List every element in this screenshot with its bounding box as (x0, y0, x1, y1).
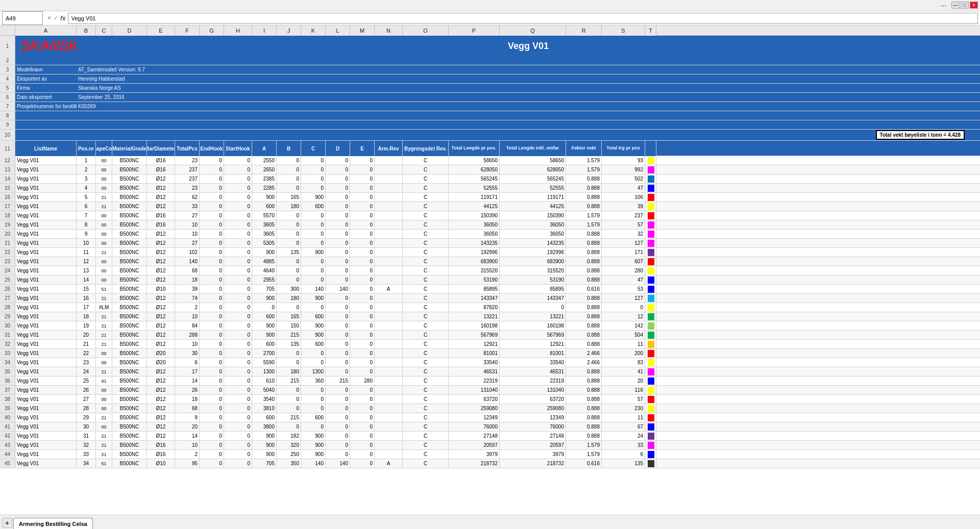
col-header-A[interactable]: A (15, 26, 77, 36)
cell-color (645, 266, 656, 275)
table-row[interactable]: 43 Vegg V01 32 21 B500NC Ø16 10 0 0 900 … (0, 441, 980, 450)
table-row[interactable]: 40 Vegg V01 29 21 B500NC Ø12 9 0 0 600 2… (0, 413, 980, 422)
cell-e: 0 (350, 193, 375, 201)
cell-materialgrade: B500NC (112, 386, 147, 394)
cell-e: 0 (350, 174, 375, 183)
table-row[interactable]: 19 Vegg V01 8 00 B500NC Ø16 10 0 0 3605 … (0, 220, 980, 230)
col-header-Q[interactable]: Q (500, 26, 566, 36)
col-header-E[interactable]: E (147, 26, 175, 36)
col-header-C[interactable]: C (96, 26, 112, 36)
header-shapecode: ShapeCode (96, 141, 112, 156)
table-row[interactable]: 22 Vegg V01 11 21 B500NC Ø12 102 0 0 900… (0, 248, 980, 257)
table-row[interactable]: 32 Vegg V01 21 21 B500NC Ø12 10 0 0 600 … (0, 340, 980, 349)
cell-totalpcs: 27 (175, 211, 200, 220)
close-button[interactable]: ✕ (970, 2, 978, 9)
cell-d: 0 (326, 422, 350, 431)
cell-e: 0 (350, 266, 375, 275)
cancel-icon[interactable]: ✕ (47, 15, 52, 21)
cell-faktor: 1.579 (566, 450, 602, 459)
cell-reference-box[interactable]: A49 (2, 11, 43, 25)
title-bar-buttons[interactable]: ··· — □ ✕ (941, 2, 978, 9)
cell-d: 0 (326, 331, 350, 339)
table-row[interactable]: 30 Vegg V01 19 21 B500NC Ø12 84 0 0 900 … (0, 321, 980, 331)
cell-materialgrade: B500NC (112, 294, 147, 303)
table-row[interactable]: 24 Vegg V01 13 00 B500NC Ø12 68 0 0 4640… (0, 266, 980, 275)
table-row[interactable]: 38 Vegg V01 27 00 B500NC Ø12 18 0 0 3540… (0, 395, 980, 404)
cell-totallengde: 53190 (449, 275, 500, 284)
row-num-5: 5 (0, 84, 15, 92)
row-num: 29 (0, 312, 15, 321)
table-row[interactable]: 20 Vegg V01 9 00 B500NC Ø12 10 0 0 3605 … (0, 230, 980, 239)
table-row[interactable]: 31 Vegg V01 20 21 B500NC Ø12 288 0 0 900… (0, 331, 980, 340)
cell-a: 5570 (252, 211, 277, 220)
col-header-J[interactable]: J (277, 26, 301, 36)
row-num: 18 (0, 211, 15, 220)
table-row[interactable]: 16 Vegg V01 5 21 B500NC Ø12 62 0 0 900 1… (0, 193, 980, 202)
col-header-D[interactable]: D (112, 26, 147, 36)
confirm-icon[interactable]: ✓ (54, 15, 58, 21)
col-header-I[interactable]: I (252, 26, 277, 36)
cell-bardiameter: Ø12 (147, 386, 175, 394)
header-col-e: E (350, 141, 375, 156)
cell-b: 0 (277, 239, 301, 247)
table-row[interactable]: 35 Vegg V01 24 21 B500NC Ø12 17 0 0 1300… (0, 367, 980, 376)
col-header-P[interactable]: P (449, 26, 500, 36)
cell-starthook: 0 (224, 376, 252, 385)
table-row[interactable]: 42 Vegg V01 31 21 B500NC Ø12 14 0 0 900 … (0, 432, 980, 441)
table-row[interactable]: 36 Vegg V01 25 41 B500NC Ø12 14 0 0 610 … (0, 376, 980, 386)
formula-input[interactable] (68, 13, 978, 24)
table-row[interactable]: 45 Vegg V01 34 51 B500NC Ø10 95 0 0 705 … (0, 459, 980, 468)
cell-starthook: 0 (224, 340, 252, 348)
cell-starthook: 0 (224, 239, 252, 247)
col-header-F[interactable]: F (175, 26, 200, 36)
minimize-button[interactable]: — (951, 2, 960, 9)
table-row[interactable]: 25 Vegg V01 14 00 B500NC Ø12 18 0 0 2955… (0, 275, 980, 285)
table-row[interactable]: 14 Vegg V01 3 00 B500NC Ø12 237 0 0 2385… (0, 174, 980, 184)
col-header-O[interactable]: O (403, 26, 449, 36)
cell-faktor: 0.616 (566, 285, 602, 293)
table-row[interactable]: 21 Vegg V01 10 00 B500NC Ø12 27 0 0 5305… (0, 239, 980, 248)
table-row[interactable]: 37 Vegg V01 26 00 B500NC Ø12 26 0 0 5040… (0, 386, 980, 395)
row-num-7: 7 (0, 102, 15, 111)
table-row[interactable]: 44 Vegg V01 33 21 B500NC Ø16 2 0 0 900 2… (0, 450, 980, 459)
col-header-S[interactable]: S (602, 26, 645, 36)
cell-e: 0 (350, 230, 375, 238)
table-row[interactable]: 27 Vegg V01 16 21 B500NC Ø12 74 0 0 900 … (0, 294, 980, 303)
col-header-H[interactable]: H (224, 26, 252, 36)
col-header-N[interactable]: N (375, 26, 403, 36)
add-sheet-button[interactable]: + (2, 518, 12, 528)
col-header-B[interactable]: B (77, 26, 96, 36)
col-header-G[interactable]: G (200, 26, 224, 36)
fx-icon[interactable]: fx (60, 15, 66, 22)
cell-starthook: 0 (224, 303, 252, 312)
table-row[interactable]: 26 Vegg V01 15 51 B500NC Ø10 39 0 0 705 … (0, 285, 980, 294)
cell-bardiameter: Ø12 (147, 266, 175, 275)
cell-d: 0 (326, 266, 350, 275)
maximize-button[interactable]: □ (961, 2, 969, 9)
table-row[interactable]: 34 Vegg V01 23 00 B500NC Ø20 6 0 0 5590 … (0, 358, 980, 367)
table-row[interactable]: 15 Vegg V01 4 00 B500NC Ø12 23 0 0 2285 … (0, 184, 980, 193)
table-row[interactable]: 39 Vegg V01 28 00 B500NC Ø12 68 0 0 3810… (0, 404, 980, 413)
table-row[interactable]: 12 Vegg V01 1 00 B500NC Ø16 23 0 0 2550 … (0, 156, 980, 165)
table-row[interactable]: 41 Vegg V01 30 00 B500NC Ø12 20 0 0 3800… (0, 422, 980, 432)
row-2: 2 (0, 56, 980, 65)
table-row[interactable]: 29 Vegg V01 18 21 B500NC Ø12 10 0 0 600 … (0, 312, 980, 321)
table-row[interactable]: 18 Vegg V01 7 00 B500NC Ø16 27 0 0 5570 … (0, 211, 980, 220)
cell-b: 182 (277, 432, 301, 440)
col-header-M[interactable]: M (350, 26, 375, 36)
sheet-tab-armering[interactable]: Armering Bestilling Celsa (13, 518, 93, 529)
table-row[interactable]: 28 Vegg V01 17 #LM B500NC Ø12 2 0 0 0 0 … (0, 303, 980, 312)
cell-totallengde: 315520 (449, 266, 500, 275)
table-row[interactable]: 23 Vegg V01 12 00 B500NC Ø12 140 0 0 488… (0, 257, 980, 266)
table-row[interactable]: 13 Vegg V01 2 00 B500NC Ø16 237 0 0 2650… (0, 165, 980, 174)
table-row[interactable]: 33 Vegg V01 22 00 B500NC Ø20 30 0 0 2700… (0, 349, 980, 358)
cell-c: 900 (301, 450, 326, 459)
cell-materialgrade: B500NC (112, 184, 147, 192)
cell-starthook: 0 (224, 459, 252, 468)
col-header-K[interactable]: K (301, 26, 326, 36)
table-row[interactable]: 17 Vegg V01 6 21 B500NC Ø12 33 0 0 600 1… (0, 202, 980, 211)
col-header-T[interactable]: T (645, 26, 656, 36)
col-header-R[interactable]: R (566, 26, 602, 36)
cell-a: 3800 (252, 422, 277, 431)
col-header-L[interactable]: L (326, 26, 350, 36)
